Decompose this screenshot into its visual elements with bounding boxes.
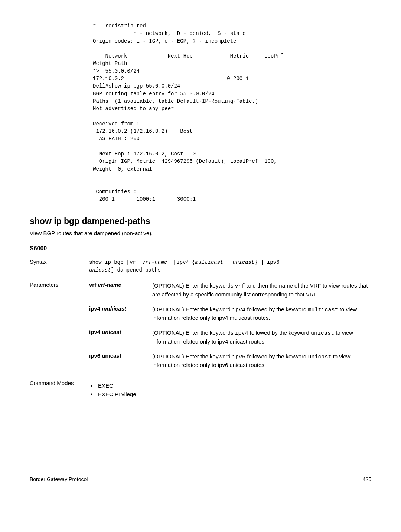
command-modes-row: Command Modes EXECEXEC Privilege: [30, 380, 371, 400]
param-name: ipv4 multicast: [89, 305, 152, 312]
param-row: vrf vrf-name(OPTIONAL) Enter the keyword…: [89, 282, 371, 299]
footer-left: Border Gateway Protocol: [30, 476, 88, 482]
syntax-code: show ip bgp [vrf vrf-name] [ipv4 {multic…: [89, 259, 371, 274]
section-intro: View BGP routes that are dampened (non-a…: [30, 230, 371, 236]
footer-right: 425: [363, 476, 371, 482]
command-modes-label: Command Modes: [30, 380, 89, 387]
param-name: vrf vrf-name: [89, 282, 152, 288]
param-row: ipv4 unicast(OPTIONAL) Enter the keyword…: [89, 329, 371, 346]
param-description: (OPTIONAL) Enter the keywords ipv4 follo…: [152, 329, 371, 346]
param-name: ipv4 unicast: [89, 329, 152, 335]
parameters-grid: vrf vrf-name(OPTIONAL) Enter the keyword…: [89, 282, 371, 369]
parameters-label: Parameters: [30, 282, 89, 288]
model-subhead: S6000: [30, 245, 371, 252]
param-description: (OPTIONAL) Enter the keywords vrf and th…: [152, 282, 371, 299]
section-heading: show ip bgp dampened-paths: [30, 216, 371, 226]
param-name: ipv6 unicast: [89, 352, 152, 359]
syntax-row: Syntax show ip bgp [vrf vrf-name] [ipv4 …: [30, 259, 371, 274]
syntax-label: Syntax: [30, 259, 89, 265]
param-row: ipv6 unicast(OPTIONAL) Enter the keyword…: [89, 352, 371, 370]
parameters-row: Parameters vrf vrf-name(OPTIONAL) Enter …: [30, 282, 371, 369]
param-description: (OPTIONAL) Enter the keyword ipv6 follow…: [152, 352, 371, 370]
command-modes-list: EXECEXEC Privilege: [89, 382, 371, 397]
param-row: ipv4 multicast(OPTIONAL) Enter the keywo…: [89, 305, 371, 322]
param-description: (OPTIONAL) Enter the keyword ipv4 follow…: [152, 305, 371, 322]
list-item: EXEC Privilege: [89, 391, 371, 397]
terminal-output: r - redistributed n - network, D - denie…: [93, 22, 371, 203]
list-item: EXEC: [89, 382, 371, 389]
page-footer: Border Gateway Protocol 425: [30, 476, 371, 482]
